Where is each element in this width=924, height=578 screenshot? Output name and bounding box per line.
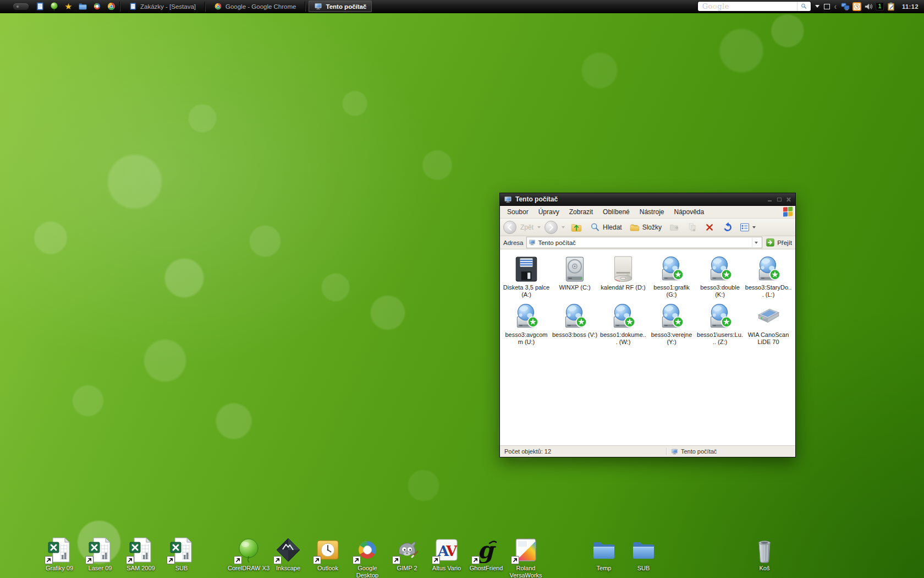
drive-item-a[interactable]: Disketa 3,5 palce (A:) — [502, 254, 551, 299]
shortcut-arrow-icon — [126, 556, 134, 564]
drive-item-l[interactable]: besso3:StaryDo... (L:) — [744, 254, 793, 299]
windows-flag-icon — [783, 206, 793, 217]
shortcut-arrow-icon — [432, 556, 440, 564]
network-tray-icon[interactable] — [841, 2, 850, 11]
desktop-icon-grafiky09[interactable]: Grafiky 09 — [38, 537, 80, 572]
go-arrow-icon — [766, 238, 775, 247]
back-history-chevron-icon[interactable] — [537, 226, 541, 228]
search-button[interactable]: Hledat — [588, 221, 624, 234]
desktop-icon-google-desktop[interactable]: Google Desktop — [346, 537, 388, 578]
google-desktop-icon[interactable] — [92, 2, 102, 11]
tray-expand-chevron-icon[interactable]: ‹ — [834, 2, 837, 11]
menu-napoveda[interactable]: Nápověda — [669, 207, 709, 217]
desktop-icon-label: GIMP 2 — [397, 565, 417, 572]
address-bar: Adresa Tento počítač Přejít — [500, 236, 795, 249]
network-drive-icon — [706, 255, 734, 283]
address-dropdown-button[interactable] — [752, 238, 760, 247]
copy-to-button[interactable] — [685, 221, 700, 234]
desktop-icon-label: Google Desktop — [346, 565, 388, 578]
taskbar-task-chrome[interactable]: Google - Google Chrome — [208, 1, 301, 12]
menu-nastroje[interactable]: Nástroje — [635, 207, 669, 217]
quick-launch — [35, 2, 116, 11]
drive-item-d[interactable]: kalendář RF (D:) — [599, 254, 647, 299]
desktop-icon-coreldraw[interactable]: CorelDRAW X3 — [228, 537, 270, 572]
taskbar-separator — [119, 2, 120, 12]
drive-item-y[interactable]: besso3:verejne (Y:) — [647, 302, 696, 347]
drive-label: kalendář RF (D:) — [601, 284, 645, 291]
scanner-icon — [755, 303, 782, 330]
folder-icon[interactable] — [78, 2, 87, 11]
undo-button[interactable] — [719, 221, 734, 234]
menu-zobrazit[interactable]: Zobrazit — [564, 207, 598, 217]
drive-item-c[interactable]: WINXP (C:) — [551, 254, 599, 299]
explorer-window: Tento počítač Soubor Úpravy Zobrazit Obl… — [499, 193, 796, 457]
drive-label: WIA CanoScan LiDE 70 — [745, 331, 792, 346]
zakazky-app-icon[interactable] — [35, 2, 45, 11]
clock-tray-icon[interactable] — [853, 2, 861, 11]
shortcut-arrow-icon — [353, 556, 361, 564]
views-button[interactable] — [738, 221, 757, 234]
desktop-icon-sam2009[interactable]: SAM 2009 — [120, 537, 162, 572]
desktop-icon-label: SUB — [637, 565, 650, 572]
desktop-icon-gimp[interactable]: GIMP 2 — [386, 537, 428, 572]
indicator-tray-badge[interactable]: 1 — [876, 2, 884, 10]
window-titlebar[interactable]: Tento počítač — [500, 193, 795, 206]
taskbar-clock[interactable]: 11:12 — [902, 3, 919, 10]
drive-item-u[interactable]: besso3:avgcomm (U:) — [502, 302, 551, 347]
status-bar: Počet objektů: 12 Tento počítač — [500, 445, 795, 457]
chrome-icon[interactable] — [107, 2, 116, 11]
close-button[interactable] — [786, 197, 791, 202]
desktop-icon-temp-folder[interactable]: Temp — [583, 537, 625, 572]
folders-icon — [629, 222, 640, 233]
coreldraw-icon[interactable] — [50, 2, 59, 11]
maximize-button[interactable] — [777, 197, 782, 202]
up-button[interactable] — [569, 220, 584, 235]
desktop-icon-sub-xls[interactable]: SUB — [161, 537, 202, 572]
forward-button[interactable] — [544, 221, 558, 234]
forward-history-chevron-icon[interactable] — [562, 226, 565, 228]
address-field[interactable]: Tento počítač — [526, 237, 762, 248]
network-drive-icon — [706, 303, 734, 330]
desktop-icon-inkscape[interactable]: Inkscape — [267, 537, 309, 572]
menu-oblibene[interactable]: Oblíbené — [598, 207, 635, 217]
clipboard-tray-icon[interactable] — [887, 2, 895, 11]
taskbar-task-zakazky[interactable]: Zakázky - [Sestava] — [123, 1, 201, 12]
floppy-drive-icon — [513, 255, 540, 283]
minimize-button[interactable] — [767, 197, 773, 202]
delete-button[interactable] — [703, 222, 716, 233]
desktop-icon-laser09[interactable]: Laser 09 — [79, 537, 121, 572]
computer-icon — [671, 448, 678, 455]
desktop-icon-sub-folder[interactable]: SUB — [623, 537, 664, 572]
back-button[interactable] — [503, 221, 516, 234]
desktop-icon-altus-vario[interactable]: Altus Vario — [426, 537, 468, 572]
search-magnifier-icon[interactable] — [797, 2, 811, 11]
drive-item-g[interactable]: besso1:grafik (G:) — [647, 254, 696, 299]
start-button[interactable] — [13, 3, 29, 10]
maximize-square-icon[interactable] — [824, 4, 830, 9]
move-to-button[interactable] — [667, 221, 681, 234]
drive-item-k[interactable]: besso3:double (K:) — [696, 254, 744, 299]
menu-soubor[interactable]: Soubor — [502, 207, 534, 217]
views-chevron-icon — [752, 226, 756, 228]
search-options-caret-icon[interactable] — [815, 5, 820, 8]
drive-item-w[interactable]: besso1:dokume... (W:) — [599, 302, 647, 347]
computer-icon — [504, 195, 512, 204]
folders-button[interactable]: Složky — [628, 221, 663, 234]
folder-icon — [591, 537, 617, 563]
taskbar-task-tento-pocitac[interactable]: Tento počítač — [309, 1, 372, 12]
folder-content: Disketa 3,5 palce (A:) WINXP (C:) kalend… — [500, 249, 795, 445]
drive-item-v[interactable]: besso3:boss (V:) — [551, 302, 599, 347]
go-button[interactable]: Přejít — [766, 238, 792, 247]
menu-upravy[interactable]: Úpravy — [534, 207, 564, 217]
desktop-icon-ghostfriend[interactable]: GhostFriend — [465, 537, 507, 572]
favorites-star-icon[interactable] — [64, 2, 73, 11]
desktop-icon-outlook[interactable]: Outlook — [307, 537, 349, 572]
volume-tray-icon[interactable] — [864, 2, 873, 11]
desktop-icon-recycle-bin[interactable]: Koš — [744, 537, 785, 572]
drive-item-z[interactable]: besso1\users:Lu... (Z:) — [696, 302, 744, 347]
google-search-box[interactable]: Google — [698, 2, 811, 11]
network-drive-icon — [561, 303, 588, 330]
desktop-icon-label: SUB — [175, 565, 188, 572]
desktop-icon-roland-versaworks[interactable]: Roland VersaWorks — [505, 537, 547, 578]
scanner-item[interactable]: WIA CanoScan LiDE 70 — [744, 302, 793, 347]
